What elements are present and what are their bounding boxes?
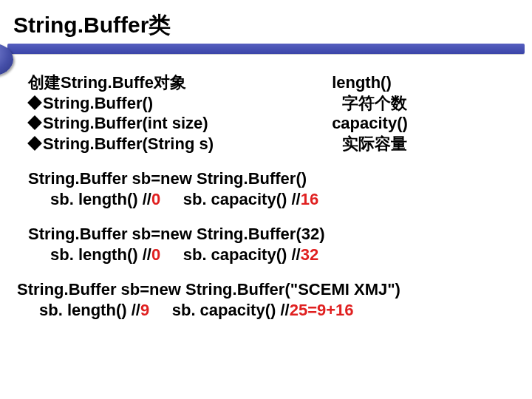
bullet-text: String.Buffer(String s)	[43, 134, 214, 153]
bullet-item: String.Buffer(int size)	[28, 113, 327, 134]
code-line: sb. length() //0 sb. capacity() //16	[28, 189, 508, 210]
method-desc: 实际容量	[332, 134, 408, 154]
constructors-block: 创建String.Buffe对象 String.Buffer() String.…	[28, 72, 327, 154]
slide-header: String.Buffer类	[0, 0, 532, 58]
bullet-item: String.Buffer()	[28, 93, 327, 114]
method-desc: 字符个数	[332, 93, 408, 114]
slide: String.Buffer类 创建String.Buffe对象 String.B…	[0, 0, 532, 399]
bullet-text: String.Buffer(int size)	[43, 114, 208, 132]
value-length: 9	[140, 301, 149, 319]
value-capacity: 32	[301, 245, 318, 264]
code-line: String.Buffer sb=new String.Buffer(32)	[28, 224, 508, 245]
example-block-3: String.Buffer sb=new String.Buffer("SCEM…	[17, 279, 508, 320]
value-length: 0	[151, 245, 160, 264]
method-name: length()	[332, 72, 408, 93]
value-capacity: 16	[301, 190, 318, 208]
constructors-heading: 创建String.Buffe对象	[28, 72, 327, 93]
diamond-bullet-icon	[27, 115, 42, 130]
title-rule-bar	[7, 44, 525, 54]
diamond-bullet-icon	[27, 136, 42, 151]
bullet-text: String.Buffer()	[43, 94, 153, 112]
value-length: 0	[151, 190, 160, 208]
top-row: 创建String.Buffe对象 String.Buffer() String.…	[28, 72, 508, 154]
slide-content: 创建String.Buffe对象 String.Buffer() String.…	[28, 72, 508, 320]
example-block-2: String.Buffer sb=new String.Buffer(32) s…	[28, 224, 508, 265]
example-block-1: String.Buffer sb=new String.Buffer() sb.…	[28, 168, 508, 209]
code-line: String.Buffer sb=new String.Buffer()	[28, 168, 508, 189]
method-name: capacity()	[332, 113, 408, 134]
slide-title: String.Buffer类	[13, 10, 171, 41]
diamond-bullet-icon	[27, 95, 42, 110]
title-rule	[7, 41, 525, 53]
bullet-item: String.Buffer(String s)	[28, 134, 327, 154]
code-line: sb. length() //0 sb. capacity() //32	[28, 245, 508, 265]
code-line: sb. length() //9 sb. capacity() //25=9+1…	[17, 300, 508, 321]
methods-block: length() 字符个数 capacity() 实际容量	[332, 72, 408, 154]
value-capacity: 25=9+16	[290, 301, 354, 319]
code-line: String.Buffer sb=new String.Buffer("SCEM…	[17, 279, 508, 300]
